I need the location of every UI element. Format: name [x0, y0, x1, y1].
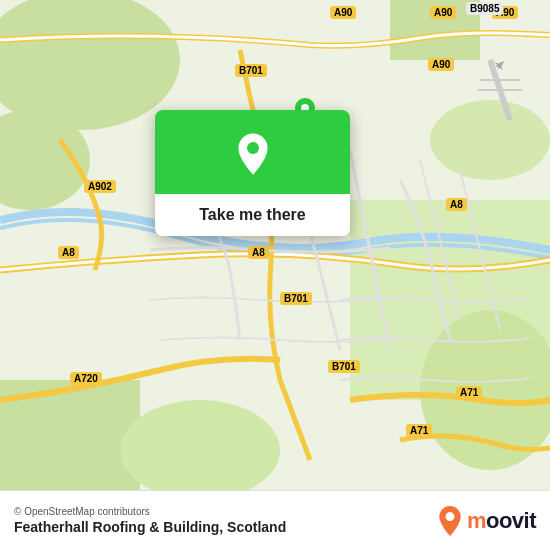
- road-label-a8-mid: A8: [248, 246, 269, 259]
- road-label-b701-top: B701: [235, 64, 267, 77]
- moovit-logo: moovit: [437, 505, 536, 537]
- road-label-a902: A902: [84, 180, 116, 193]
- road-label-a720: A720: [70, 372, 102, 385]
- svg-point-9: [247, 142, 259, 154]
- location-popup: Take me there: [155, 110, 350, 236]
- road-label-a90-4: A90: [428, 58, 454, 71]
- popup-header: [155, 110, 350, 194]
- osm-attribution: © OpenStreetMap contributors: [14, 506, 286, 517]
- road-label-a8-right: A8: [446, 198, 467, 211]
- take-me-there-button[interactable]: Take me there: [155, 194, 350, 236]
- map-area: A90 A90 A90 A90 B9085 B701 A902 A8 A8 A8…: [0, 0, 550, 490]
- road-label-a71-right: A71: [456, 386, 482, 399]
- footer-info: © OpenStreetMap contributors Featherhall…: [14, 506, 286, 535]
- location-pin-icon: [229, 130, 277, 178]
- road-label-b701-bot: B701: [328, 360, 360, 373]
- road-label-a71-bot: A71: [406, 424, 432, 437]
- svg-point-11: [445, 512, 454, 521]
- road-label-b9085: B9085: [466, 2, 503, 15]
- road-label-a8-left: A8: [58, 246, 79, 259]
- road-label-a90-1: A90: [330, 6, 356, 19]
- footer: © OpenStreetMap contributors Featherhall…: [0, 490, 550, 550]
- location-name: Featherhall Roofing & Building, Scotland: [14, 519, 286, 535]
- svg-point-4: [430, 100, 550, 180]
- moovit-pin-icon: [437, 505, 463, 537]
- road-label-b701-mid: B701: [280, 292, 312, 305]
- road-label-a90-2: A90: [430, 6, 456, 19]
- moovit-brand-text: moovit: [467, 508, 536, 534]
